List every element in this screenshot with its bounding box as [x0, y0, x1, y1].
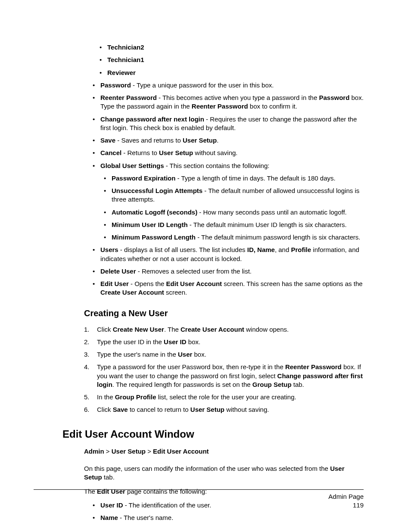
footer-title: Admin Page — [34, 492, 364, 501]
role-technician1: Technician1 — [107, 56, 144, 63]
list-item-password: Password - Type a unique password for th… — [93, 81, 364, 90]
list-item-edit-user: Edit User - Opens the Edit User Account … — [93, 280, 364, 297]
list-item-cancel: Cancel - Returns to User Setup without s… — [93, 149, 364, 157]
step-3: Type the user's name in the User box. — [84, 350, 364, 359]
step-2: Type the user ID in the User ID box. — [84, 338, 364, 346]
list-item-name: Name - The user's name. — [93, 513, 364, 522]
role-reviewer: Reviewer — [107, 69, 136, 76]
step-4: Type a password for the user Password bo… — [84, 363, 364, 389]
list-item-min-password-length: Minimum Password Length - The default mi… — [104, 233, 364, 242]
heading-edit-user-account-window: Edit User Account Window — [62, 427, 364, 441]
definition-list: Password - Type a unique password for th… — [84, 81, 364, 297]
list-item-reenter-password: Reenter Password - This becomes active w… — [93, 93, 364, 111]
edit-intro-paragraph: On this page, users can modify the infor… — [84, 464, 364, 482]
breadcrumb-user-setup: User Setup — [112, 448, 146, 455]
list-item-users: Users - displays a list of all users. Th… — [93, 246, 364, 263]
steps-list: Click Create New User. The Create User A… — [84, 325, 364, 414]
list-item-change-password: Change password after next login - Requi… — [93, 115, 364, 133]
breadcrumb-admin: Admin — [84, 448, 104, 455]
list-item-unsuccessful-logins: Unsuccessful Login Attempts - The defaul… — [104, 187, 364, 204]
document-page: Technician2 Technician1 Reviewer /* hide… — [0, 0, 411, 532]
page-footer: Admin Page 119 — [34, 489, 364, 510]
list-item: Technician2 — [100, 43, 364, 52]
list-item-password-expiration: Password Expiration - Type a length of t… — [104, 174, 364, 183]
step-5: In the Group Profile list, select the ro… — [84, 393, 364, 401]
list-item: Technician1 — [100, 56, 364, 64]
list-item-automatic-logoff: Automatic Logoff (seconds) - How many se… — [104, 208, 364, 217]
list-item-min-userid-length: Minimum User ID Length - The default min… — [104, 221, 364, 229]
list-item-delete-user: Delete User - Removes a selected user fr… — [93, 267, 364, 276]
list-item-save: Save - Saves and returns to User Setup. — [93, 136, 364, 145]
breadcrumb-edit-user-account: Edit User Account — [153, 448, 209, 455]
step-6: Click Save to cancel to return to User S… — [84, 405, 364, 414]
list-item: Reviewer — [100, 68, 364, 77]
role-technician2: Technician2 — [107, 44, 144, 51]
list-item-global-settings: Global User Settings - This section cont… — [93, 162, 364, 242]
breadcrumb: Admin > User Setup > Edit User Account — [84, 447, 364, 456]
list-item: Technician2 Technician1 Reviewer — [93, 43, 364, 77]
step-1: Click Create New User. The Create User A… — [84, 325, 364, 334]
body-content: Technician2 Technician1 Reviewer /* hide… — [62, 43, 364, 522]
global-settings-sublist: Password Expiration - Type a length of t… — [104, 174, 364, 242]
heading-creating-new-user: Creating a New User — [84, 308, 364, 319]
role-list: Technician2 Technician1 Reviewer — [100, 43, 364, 77]
footer-page-number: 119 — [34, 501, 364, 510]
top-bullet-list: Technician2 Technician1 Reviewer — [84, 43, 364, 77]
